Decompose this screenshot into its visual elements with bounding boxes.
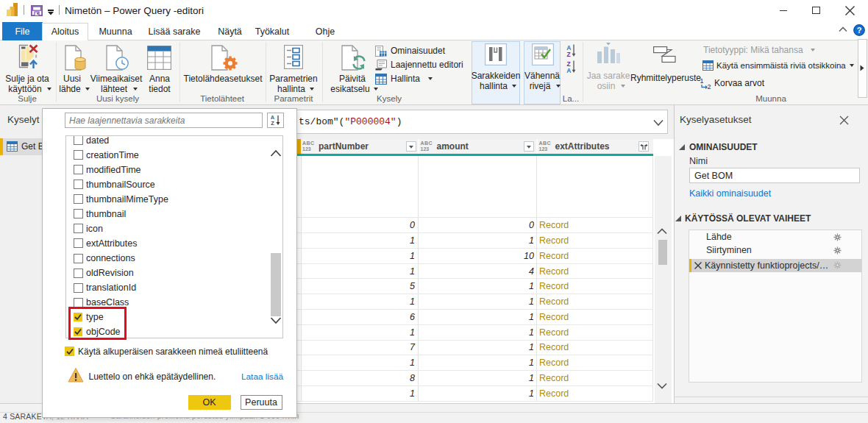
svg-text:Z: Z [567, 50, 571, 57]
svg-text:1: 1 [700, 77, 703, 85]
svg-text:Z: Z [271, 120, 274, 126]
svg-text:?: ? [857, 26, 862, 35]
svg-text:A: A [566, 66, 571, 74]
svg-text:2: 2 [707, 83, 711, 90]
